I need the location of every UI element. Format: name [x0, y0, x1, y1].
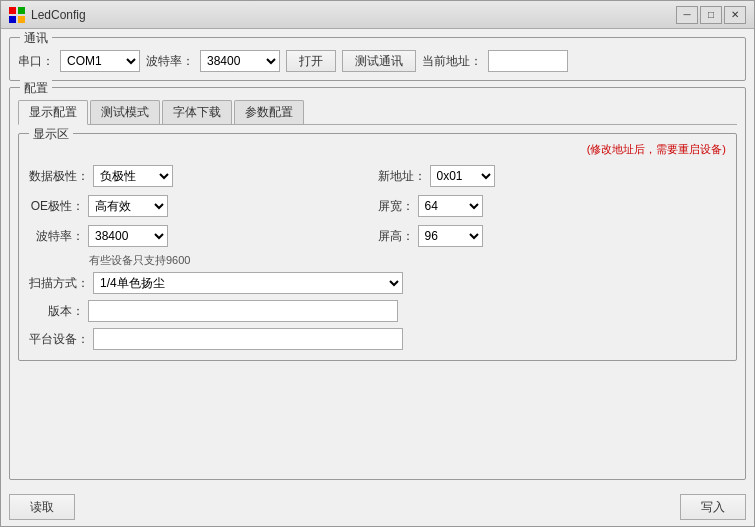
version-input[interactable] — [88, 300, 398, 322]
svg-rect-3 — [18, 16, 25, 23]
tab-test-mode[interactable]: 测试模式 — [90, 100, 160, 124]
form-grid: 数据极性： 负极性 正极性 OE极性： 高有效 低有效 — [29, 163, 726, 249]
scan-select[interactable]: 1/4单色扬尘 1/8单色扬尘 1/16单色扬尘 1/2单色扬尘 — [93, 272, 403, 294]
read-button[interactable]: 读取 — [9, 494, 75, 520]
platform-row: 平台设备： — [29, 328, 726, 350]
version-label: 版本： — [29, 303, 84, 320]
form-right: 新地址： 0x01 0x02 0x03 0x04 屏宽： 32 — [378, 163, 727, 249]
scan-row: 扫描方式： 1/4单色扬尘 1/8单色扬尘 1/16单色扬尘 1/2单色扬尘 — [29, 272, 726, 294]
tab-display-config[interactable]: 显示配置 — [18, 100, 88, 125]
screen-height-select[interactable]: 16 32 48 64 96 128 — [418, 225, 483, 247]
new-addr-row: 新地址： 0x01 0x02 0x03 0x04 — [378, 163, 727, 189]
screen-height-row: 屏高： 16 32 48 64 96 128 — [378, 223, 727, 249]
port-label: 串口： — [18, 53, 54, 70]
current-addr-label: 当前地址： — [422, 53, 482, 70]
oe-polarity-select[interactable]: 高有效 低有效 — [88, 195, 168, 217]
oe-polarity-row: OE极性： 高有效 低有效 — [29, 193, 378, 219]
data-polarity-row: 数据极性： 负极性 正极性 — [29, 163, 378, 189]
baud-inner-row: 波特率： 9600 19200 38400 57600 115200 — [29, 223, 378, 249]
new-addr-select[interactable]: 0x01 0x02 0x03 0x04 — [430, 165, 495, 187]
test-comm-button[interactable]: 测试通讯 — [342, 50, 416, 72]
hint-text: (修改地址后，需要重启设备) — [29, 142, 726, 157]
support-text: 有些设备只支持9600 — [89, 253, 726, 268]
platform-input[interactable] — [93, 328, 403, 350]
platform-label: 平台设备： — [29, 331, 89, 348]
baud-select[interactable]: 9600 19200 38400 57600 115200 — [200, 50, 280, 72]
baud-label: 波特率： — [146, 53, 194, 70]
minimize-button[interactable]: ─ — [676, 6, 698, 24]
new-addr-label: 新地址： — [378, 168, 426, 185]
write-button[interactable]: 写入 — [680, 494, 746, 520]
title-bar: LedConfig ─ □ ✕ — [1, 1, 754, 29]
screen-height-label: 屏高： — [378, 228, 414, 245]
content-area: 通讯 串口： COM1 COM2 COM3 COM4 波特率： 9600 192… — [1, 29, 754, 488]
display-area-title: 显示区 — [29, 126, 73, 143]
title-bar-left: LedConfig — [9, 7, 86, 23]
current-addr-input[interactable] — [488, 50, 568, 72]
config-group-title: 配置 — [20, 80, 52, 97]
tab-param-config[interactable]: 参数配置 — [234, 100, 304, 124]
screen-width-label: 屏宽： — [378, 198, 414, 215]
scan-label: 扫描方式： — [29, 275, 89, 292]
config-group: 配置 显示配置 测试模式 字体下载 参数配置 显示区 (修改地址后， — [9, 87, 746, 480]
svg-rect-1 — [18, 7, 25, 14]
app-icon — [9, 7, 25, 23]
close-button[interactable]: ✕ — [724, 6, 746, 24]
open-button[interactable]: 打开 — [286, 50, 336, 72]
title-controls: ─ □ ✕ — [676, 6, 746, 24]
comm-group-title: 通讯 — [20, 30, 52, 47]
oe-polarity-label: OE极性： — [29, 198, 84, 215]
baud-inner-select[interactable]: 9600 19200 38400 57600 115200 — [88, 225, 168, 247]
comm-row: 串口： COM1 COM2 COM3 COM4 波特率： 9600 19200 … — [18, 50, 737, 72]
comm-group: 通讯 串口： COM1 COM2 COM3 COM4 波特率： 9600 192… — [9, 37, 746, 81]
svg-rect-0 — [9, 7, 16, 14]
form-left: 数据极性： 负极性 正极性 OE极性： 高有效 低有效 — [29, 163, 378, 249]
main-window: LedConfig ─ □ ✕ 通讯 串口： COM1 COM2 COM3 CO… — [0, 0, 755, 527]
port-select[interactable]: COM1 COM2 COM3 COM4 — [60, 50, 140, 72]
data-polarity-select[interactable]: 负极性 正极性 — [93, 165, 173, 187]
maximize-button[interactable]: □ — [700, 6, 722, 24]
version-row: 版本： — [29, 300, 726, 322]
window-title: LedConfig — [31, 8, 86, 22]
bottom-bar: 读取 写入 — [1, 488, 754, 526]
tab-font-download[interactable]: 字体下载 — [162, 100, 232, 124]
screen-width-select[interactable]: 32 48 64 96 128 256 — [418, 195, 483, 217]
data-polarity-label: 数据极性： — [29, 168, 89, 185]
svg-rect-2 — [9, 16, 16, 23]
tabs: 显示配置 测试模式 字体下载 参数配置 — [18, 100, 737, 125]
baud-inner-label: 波特率： — [29, 228, 84, 245]
display-area-group: 显示区 (修改地址后，需要重启设备) 数据极性： 负极性 正极性 — [18, 133, 737, 361]
screen-width-row: 屏宽： 32 48 64 96 128 256 — [378, 193, 727, 219]
